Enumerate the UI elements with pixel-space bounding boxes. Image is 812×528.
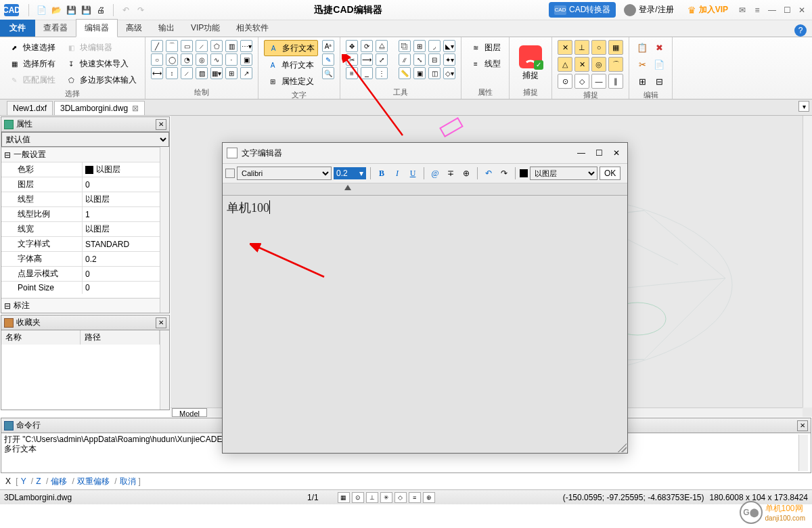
doctabs-menu-button[interactable]: ▾ bbox=[798, 101, 809, 112]
toggle-osnap-icon[interactable]: ◇ bbox=[394, 492, 407, 503]
mtext-button[interactable]: A多行文本 bbox=[264, 40, 318, 56]
draw-spline-icon[interactable]: ∿ bbox=[210, 53, 223, 66]
te-symbol-icon[interactable]: ⊕ bbox=[459, 167, 473, 180]
qat-open-icon[interactable]: 📂 bbox=[49, 3, 63, 17]
draw-block-icon[interactable]: ▣ bbox=[240, 53, 252, 66]
menu-icon[interactable]: ≡ bbox=[751, 4, 763, 16]
tool-explode-icon[interactable]: ✦▾ bbox=[443, 53, 455, 66]
snap-circ-icon[interactable]: ○ bbox=[591, 40, 606, 55]
toggle-ortho-icon[interactable]: ⊥ bbox=[366, 492, 378, 503]
qat-saveall-icon[interactable]: 💾 bbox=[79, 3, 93, 17]
tool-join-icon[interactable]: ⎯ bbox=[361, 67, 373, 79]
tool-scale-icon[interactable]: ⤡ bbox=[413, 53, 426, 66]
prop-section-general[interactable]: ⊟ 一般设置 bbox=[1, 147, 160, 162]
edit-copy-icon[interactable]: 📋 bbox=[635, 40, 650, 55]
qat-print-icon[interactable]: 🖨 bbox=[94, 3, 108, 17]
edit-redo2-icon[interactable]: ⊟ bbox=[652, 74, 667, 89]
tool-ungroup-icon[interactable]: ◫ bbox=[428, 67, 441, 79]
properties-selector[interactable]: 默认值 bbox=[1, 132, 169, 147]
draw-hatch-icon[interactable]: ▥ bbox=[225, 40, 238, 52]
draw-point-icon[interactable]: · bbox=[225, 53, 238, 66]
draw-angle-icon[interactable]: ⟋ bbox=[196, 40, 208, 52]
stext-button[interactable]: A单行文本 bbox=[264, 58, 318, 72]
toggle-grid-icon[interactable]: ▦ bbox=[338, 492, 350, 503]
doctab-close-icon[interactable]: ⊠ bbox=[132, 104, 139, 113]
te-font-select[interactable]: Calibri bbox=[237, 167, 332, 180]
te-format-icon[interactable] bbox=[225, 169, 235, 178]
tool-group-icon[interactable]: ▣ bbox=[413, 67, 426, 79]
attdef-button[interactable]: ⊞属性定义 bbox=[264, 74, 318, 89]
fav-col-path[interactable]: 路径 bbox=[81, 330, 160, 345]
favorites-close-icon[interactable]: ✕ bbox=[156, 317, 166, 328]
edit-undo2-icon[interactable]: ⊞ bbox=[635, 74, 650, 89]
select-all-button[interactable]: ▦选择所有 bbox=[5, 56, 58, 71]
favorites-scrollbar[interactable] bbox=[160, 330, 169, 410]
tool-divide-icon[interactable]: ⋮ bbox=[376, 67, 388, 79]
tool-trim-icon[interactable]: ✂ bbox=[346, 53, 358, 66]
te-ruler-marker[interactable] bbox=[344, 185, 351, 190]
link-z[interactable]: Z bbox=[36, 477, 41, 486]
tool-fillet-icon[interactable]: ◞ bbox=[428, 40, 441, 52]
qat-new-icon[interactable]: 📄 bbox=[35, 3, 48, 17]
draw-arc-icon[interactable]: ⌒ bbox=[166, 40, 178, 52]
tool-align-icon[interactable]: ≡ bbox=[346, 67, 358, 79]
poly-input-button[interactable]: ⬠多边形实体输入 bbox=[62, 72, 139, 87]
prop-row-tstyle[interactable]: 文字样式STANDARD bbox=[1, 236, 160, 251]
prop-row-psize[interactable]: Point Size0 bbox=[1, 281, 160, 294]
toggle-dyn-icon[interactable]: ⊕ bbox=[423, 492, 435, 503]
menu-file[interactable]: 文件 bbox=[0, 20, 35, 37]
snap-qua-icon[interactable]: ◇ bbox=[574, 74, 589, 89]
snap-cen-icon[interactable]: ◎ bbox=[591, 57, 606, 72]
tool-copy-icon[interactable]: ⿻ bbox=[399, 40, 411, 52]
texteditor-max-icon[interactable]: ☐ bbox=[592, 146, 606, 160]
draw-sector-icon[interactable]: ◔ bbox=[181, 53, 193, 66]
text-edit-icon[interactable]: ✎ bbox=[322, 53, 334, 66]
draw-dim2-icon[interactable]: ↕ bbox=[166, 67, 178, 79]
snap-end-icon[interactable]: ✕ bbox=[558, 40, 572, 55]
prop-row-ltscale[interactable]: 线型比例1 bbox=[1, 206, 160, 221]
menu-output[interactable]: 输出 bbox=[150, 20, 183, 37]
tool-offset-icon[interactable]: ⫽ bbox=[399, 53, 411, 66]
menu-related[interactable]: 相关软件 bbox=[228, 20, 277, 37]
tool-rotate-icon[interactable]: ⟳ bbox=[361, 40, 373, 52]
qat-save-icon[interactable]: 💾 bbox=[64, 3, 78, 17]
prop-section-dim[interactable]: ⊟ 标注 bbox=[1, 298, 160, 313]
help-icon[interactable]: ? bbox=[794, 24, 807, 37]
tool-extend-icon[interactable]: ⟶ bbox=[361, 53, 373, 66]
snap-ext-icon[interactable]: — bbox=[591, 74, 606, 89]
draw-circle-icon[interactable]: ○ bbox=[151, 53, 163, 66]
draw-grid-icon[interactable]: ▦▾ bbox=[210, 67, 223, 79]
qat-redo-icon[interactable]: ↷ bbox=[134, 3, 148, 17]
tool-chamfer-icon[interactable]: ◣▾ bbox=[443, 40, 455, 52]
notify-icon[interactable]: ✉ bbox=[736, 4, 748, 16]
te-italic-button[interactable]: I bbox=[390, 167, 404, 180]
toggle-snap-icon[interactable]: ⊙ bbox=[352, 492, 364, 503]
draw-more-icon[interactable]: ⋯▾ bbox=[240, 40, 252, 52]
import-solid-button[interactable]: ↧快速实体导入 bbox=[62, 56, 139, 71]
cad-converter-button[interactable]: CADCAD转换器 bbox=[549, 2, 616, 18]
menu-vip[interactable]: VIP功能 bbox=[183, 20, 228, 37]
block-editor-button[interactable]: ◧块编辑器 bbox=[62, 40, 139, 55]
tool-drop-icon[interactable]: ◇▾ bbox=[443, 67, 455, 79]
draw-polygon-icon[interactable]: ⬠ bbox=[210, 40, 223, 52]
cmd-scrollbar[interactable] bbox=[798, 435, 808, 471]
te-at-icon[interactable]: @ bbox=[428, 167, 442, 180]
snap-int-icon[interactable]: ✕ bbox=[574, 57, 589, 72]
texteditor-min-icon[interactable]: — bbox=[574, 146, 588, 160]
model-tab[interactable]: Model bbox=[172, 408, 207, 417]
te-canvas[interactable]: 单机100 bbox=[223, 196, 627, 453]
te-resize-handle[interactable] bbox=[617, 443, 627, 452]
link-cancel[interactable]: 取消 bbox=[120, 477, 136, 486]
close-icon[interactable]: ✕ bbox=[796, 4, 808, 16]
prop-row-color[interactable]: 色彩以图层 bbox=[1, 162, 160, 177]
tool-stretch-icon[interactable]: ⤢ bbox=[376, 53, 388, 66]
tool-break-icon[interactable]: ⊟ bbox=[428, 53, 441, 66]
text-style-icon[interactable]: Aᵃ bbox=[322, 40, 334, 52]
te-text-content[interactable]: 单机100 bbox=[227, 201, 269, 215]
link-doffset[interactable]: 双重偏移 bbox=[77, 477, 110, 486]
te-underline-button[interactable]: U bbox=[406, 167, 420, 180]
tool-array-icon[interactable]: ⊞ bbox=[413, 40, 426, 52]
properties-scrollbar[interactable] bbox=[160, 147, 169, 313]
texteditor-close-icon[interactable]: ✕ bbox=[610, 146, 623, 160]
login-button[interactable]: 登录/注册 bbox=[618, 2, 679, 18]
